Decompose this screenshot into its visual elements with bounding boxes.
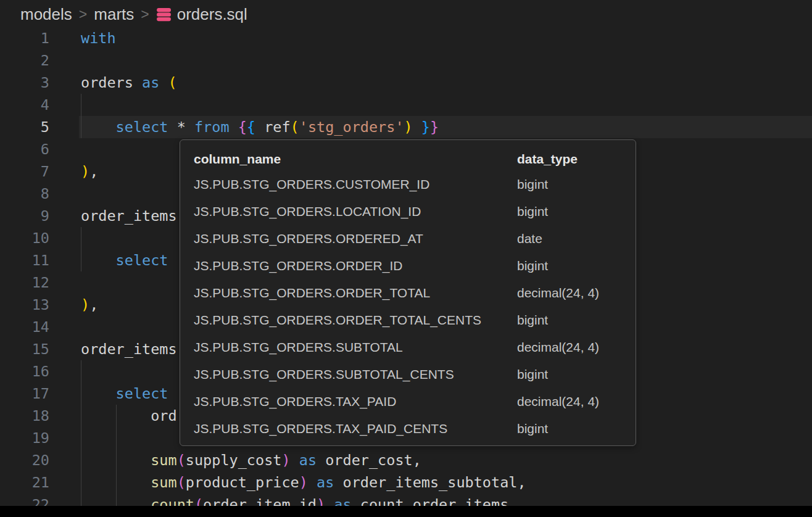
column-name-cell: JS.PUB.STG_ORDERS.ORDERED_AT xyxy=(194,231,517,246)
column-name-cell: JS.PUB.STG_ORDERS.SUBTOTAL xyxy=(194,340,517,355)
line-number[interactable]: 3 xyxy=(0,72,49,94)
line-number[interactable]: 9 xyxy=(0,205,49,227)
column-name-cell: JS.PUB.STG_ORDERS.ORDER_ID xyxy=(194,258,517,273)
data-type-cell: bigint xyxy=(517,258,636,273)
table-row: JS.PUB.STG_ORDERS.ORDER_TOTAL_CENTSbigin… xyxy=(194,307,636,334)
line-number[interactable]: 5 xyxy=(0,116,49,138)
breadcrumb: models > marts > orders.sql xyxy=(0,0,812,28)
data-type-cell: bigint xyxy=(517,367,636,382)
column-name-cell: JS.PUB.STG_ORDERS.LOCATION_ID xyxy=(194,204,517,219)
database-icon xyxy=(156,7,172,22)
breadcrumb-item-models[interactable]: models xyxy=(20,5,72,24)
line-number[interactable]: 1 xyxy=(0,27,49,49)
line-number[interactable]: 15 xyxy=(0,338,49,360)
table-row: JS.PUB.STG_ORDERS.ORDER_IDbigint xyxy=(194,252,636,279)
table-row: JS.PUB.STG_ORDERS.ORDERED_ATdate xyxy=(194,225,636,252)
data-type-cell: bigint xyxy=(517,204,636,219)
line-number[interactable]: 13 xyxy=(0,294,49,316)
table-row: JS.PUB.STG_ORDERS.ORDER_TOTALdecimal(24,… xyxy=(194,279,636,307)
indent-guide xyxy=(81,94,81,116)
line-number[interactable]: 21 xyxy=(0,471,49,494)
breadcrumb-item-marts[interactable]: marts xyxy=(94,5,134,24)
popup-header-row: column_name data_type xyxy=(194,147,636,171)
code-text: select xyxy=(81,249,168,271)
column-name-cell: JS.PUB.STG_ORDERS.TAX_PAID_CENTS xyxy=(194,421,517,436)
data-type-cell: decimal(24, 4) xyxy=(517,394,636,409)
column-name-header: column_name xyxy=(194,152,517,167)
code-text: with xyxy=(81,27,116,49)
data-type-cell: bigint xyxy=(517,313,636,328)
line-number[interactable]: 14 xyxy=(0,316,49,338)
breadcrumb-filename: orders.sql xyxy=(177,5,247,24)
table-row: JS.PUB.STG_ORDERS.TAX_PAIDdecimal(24, 4) xyxy=(194,388,636,415)
code-line[interactable]: 2 xyxy=(0,49,812,72)
table-row: JS.PUB.STG_ORDERS.LOCATION_IDbigint xyxy=(194,198,636,225)
line-number[interactable]: 17 xyxy=(0,383,49,405)
line-number[interactable]: 2 xyxy=(0,49,49,72)
data-type-cell: date xyxy=(517,231,636,246)
data-type-cell: decimal(24, 4) xyxy=(517,286,636,300)
line-number[interactable]: 16 xyxy=(0,360,49,383)
column-name-cell: JS.PUB.STG_ORDERS.TAX_PAID xyxy=(194,394,517,409)
indent-guide xyxy=(116,427,117,449)
code-text: ), xyxy=(81,294,98,316)
code-text: ord xyxy=(81,405,177,427)
column-name-cell: JS.PUB.STG_ORDERS.CUSTOMER_ID xyxy=(194,177,517,192)
popup-rows: JS.PUB.STG_ORDERS.CUSTOMER_IDbigintJS.PU… xyxy=(194,171,636,442)
code-line[interactable]: 3orders as ( xyxy=(0,72,812,94)
line-number[interactable]: 18 xyxy=(0,405,49,427)
line-number[interactable]: 12 xyxy=(0,271,49,294)
editor-bottom-edge xyxy=(0,506,812,517)
code-line[interactable]: 5 select * from {{ ref('stg_orders') }} xyxy=(0,116,812,138)
code-line[interactable]: 1with xyxy=(0,27,812,49)
code-text: sum(supply_cost) as order_cost, xyxy=(81,449,421,471)
data-type-cell: decimal(24, 4) xyxy=(517,340,636,355)
code-line[interactable]: 21 sum(product_price) as order_items_sub… xyxy=(0,471,812,494)
chevron-right-icon: > xyxy=(79,6,87,23)
code-text: ), xyxy=(81,160,98,183)
indent-guide xyxy=(81,227,81,249)
code-line[interactable]: 20 sum(supply_cost) as order_cost, xyxy=(0,449,812,471)
column-info-popup: column_name data_type JS.PUB.STG_ORDERS.… xyxy=(180,139,636,446)
line-number[interactable]: 8 xyxy=(0,183,49,205)
data-type-cell: bigint xyxy=(517,177,636,192)
table-row: JS.PUB.STG_ORDERS.SUBTOTAL_CENTSbigint xyxy=(194,361,636,388)
data-type-header: data_type xyxy=(517,152,636,167)
chevron-right-icon: > xyxy=(141,6,149,23)
indent-guide xyxy=(81,360,81,383)
line-number[interactable]: 6 xyxy=(0,138,49,160)
line-number[interactable]: 20 xyxy=(0,449,49,471)
line-number[interactable]: 11 xyxy=(0,249,49,271)
table-row: JS.PUB.STG_ORDERS.TAX_PAID_CENTSbigint xyxy=(194,415,636,442)
column-name-cell: JS.PUB.STG_ORDERS.SUBTOTAL_CENTS xyxy=(194,367,517,382)
data-type-cell: bigint xyxy=(517,421,636,436)
line-number[interactable]: 19 xyxy=(0,427,49,449)
line-number[interactable]: 7 xyxy=(0,160,49,183)
line-number[interactable]: 4 xyxy=(0,94,49,116)
line-number[interactable]: 10 xyxy=(0,227,49,249)
code-text: sum(product_price) as order_items_subtot… xyxy=(81,471,526,494)
code-line[interactable]: 4 xyxy=(0,94,812,116)
column-name-cell: JS.PUB.STG_ORDERS.ORDER_TOTAL xyxy=(194,286,517,300)
indent-guide xyxy=(81,427,81,449)
code-text: order_items xyxy=(81,338,177,360)
table-row: JS.PUB.STG_ORDERS.SUBTOTALdecimal(24, 4) xyxy=(194,334,636,361)
code-text: select * from {{ ref('stg_orders') }} xyxy=(81,116,439,138)
code-text: select xyxy=(81,383,168,405)
breadcrumb-item-file[interactable]: orders.sql xyxy=(156,5,247,24)
table-row: JS.PUB.STG_ORDERS.CUSTOMER_IDbigint xyxy=(194,171,636,198)
code-text: order_items xyxy=(81,205,177,227)
code-text: orders as ( xyxy=(81,72,177,94)
column-name-cell: JS.PUB.STG_ORDERS.ORDER_TOTAL_CENTS xyxy=(194,313,517,328)
